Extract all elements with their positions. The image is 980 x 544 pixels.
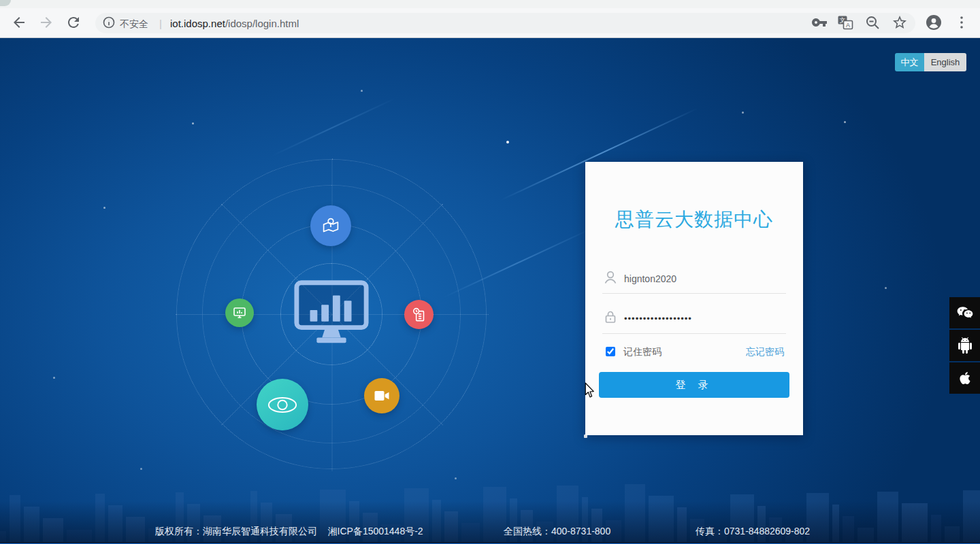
star-dot [742, 112, 744, 114]
profile-avatar-icon[interactable] [926, 14, 942, 31]
browser-chrome: 不安全 | iot.idosp.net/idosp/login.html 文A [0, 0, 980, 38]
android-button[interactable] [949, 330, 980, 361]
star-dot [361, 90, 363, 92]
tab-strip [0, 0, 980, 8]
star-dot [192, 122, 194, 124]
star-dot [506, 141, 509, 143]
star-dot [885, 287, 887, 289]
monitor-satellite [225, 299, 254, 327]
reload-button[interactable] [65, 14, 82, 31]
lang-chinese-button[interactable]: 中文 [895, 53, 924, 71]
zoom-out-icon[interactable] [864, 14, 881, 31]
info-icon[interactable] [102, 16, 116, 29]
light-streak [272, 98, 395, 156]
password-underline [602, 333, 786, 334]
bookmark-star-icon[interactable] [892, 14, 908, 31]
url-path: /idosp/login.html [225, 18, 299, 29]
lock-icon [602, 309, 619, 325]
apple-button[interactable] [949, 362, 980, 394]
back-button[interactable] [11, 14, 27, 31]
eye-satellite [257, 379, 308, 430]
forgot-password-link[interactable]: 忘记密码 [746, 346, 784, 358]
dashboard-monitor-icon [291, 277, 372, 348]
login-page-background: 中文 English 思普云大数据中心 记住密码 忘记密码 登 录 [0, 38, 980, 544]
social-dock [949, 297, 980, 395]
map-pin-satellite [310, 205, 351, 246]
login-panel: 思普云大数据中心 记住密码 忘记密码 登 录 [585, 162, 803, 435]
forward-button[interactable] [38, 14, 54, 31]
url-separator: | [159, 17, 162, 31]
map-pin-icon [319, 214, 342, 237]
star-dot [140, 468, 142, 470]
report-clock-icon [410, 306, 428, 324]
star-dot [53, 377, 55, 379]
camera-satellite [364, 378, 399, 413]
page-title: 思普云大数据中心 [585, 207, 803, 233]
video-camera-icon [372, 386, 391, 405]
star-dot [844, 121, 846, 123]
username-underline [602, 293, 786, 294]
apple-icon [957, 370, 973, 386]
password-input[interactable] [624, 311, 770, 326]
small-monitor-icon [231, 305, 248, 321]
eye-icon [267, 396, 298, 414]
copyright-text: 版权所有：湖南华辰智通科技有限公司 [155, 526, 317, 537]
icp-text: 湘ICP备15001448号-2 [328, 526, 423, 537]
url-text[interactable]: iot.idosp.net/idosp/login.html [170, 17, 299, 31]
translate-icon[interactable]: 文A [837, 14, 853, 31]
url-domain: iot.idosp.net [170, 18, 225, 29]
username-input[interactable] [624, 271, 770, 286]
lang-english-button[interactable]: English [924, 53, 966, 71]
password-key-icon[interactable] [811, 14, 827, 31]
footer-copyright: 版权所有：湖南华辰智通科技有限公司 湘ICP备15001448号-2 [155, 526, 423, 538]
remember-checkbox[interactable] [606, 347, 615, 356]
footer-fax: 传真：0731-84882609-802 [696, 526, 810, 538]
footer-hotline: 全国热线：400-8731-800 [504, 526, 610, 538]
wechat-icon [956, 303, 975, 322]
footer-shade [0, 501, 980, 542]
remember-label: 记住密码 [623, 346, 662, 358]
android-icon [957, 337, 973, 354]
mouse-cursor [584, 381, 596, 403]
wechat-button[interactable] [949, 297, 980, 328]
svg-text:A: A [846, 22, 850, 29]
tab-corner [0, 0, 11, 6]
report-satellite [404, 300, 434, 329]
login-button[interactable]: 登 录 [599, 372, 789, 398]
user-icon [602, 269, 619, 286]
menu-dots-icon[interactable] [953, 14, 970, 31]
star-dot [103, 207, 105, 209]
security-label: 不安全 [120, 17, 148, 31]
language-toggle: 中文 English [895, 53, 966, 71]
